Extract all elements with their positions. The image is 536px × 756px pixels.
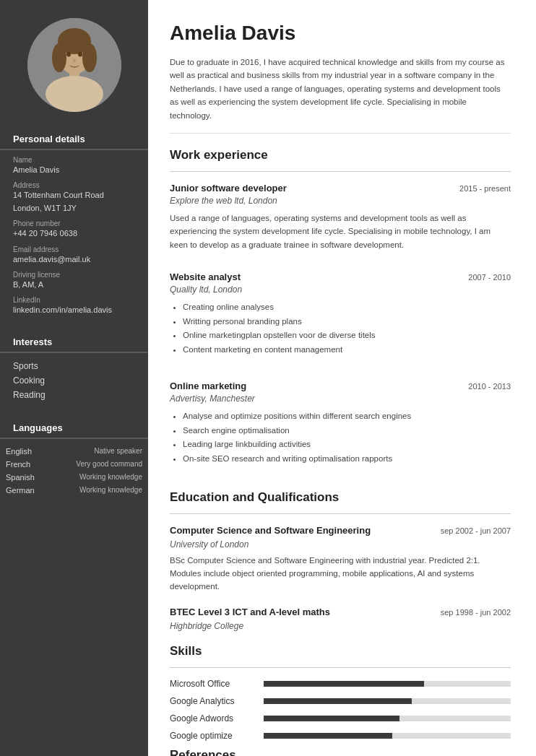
work-experience-title: Work experience (170, 148, 511, 162)
job-3-bullet-4: On-site SEO research and writing optimal… (183, 452, 511, 466)
edu-1-header: Computer Science and Software Engineerin… (170, 525, 511, 537)
lang-german: German Working knowledge (0, 484, 148, 497)
lang-english-name: English (6, 447, 32, 456)
interests-title: Interests (0, 329, 148, 353)
job-3-header: Online marketing 2010 - 2013 (170, 381, 511, 391)
job-3-dates: 2010 - 2013 (468, 382, 511, 391)
interests-section: Interests Sports Cooking Reading (0, 329, 148, 402)
job-2-header: Website analyst 2007 - 2010 (170, 271, 511, 282)
lang-spanish-level: Working knowledge (79, 473, 142, 482)
job-2-bullet-1: Creating online analyses (183, 300, 511, 315)
job-3-bullet-2: Search engine optimalisation (183, 424, 511, 438)
job-1: Junior software developer 2015 - present… (170, 183, 511, 258)
phone-label: Phone number (0, 220, 148, 227)
languages-section: Languages English Native speaker French … (0, 415, 148, 497)
job-1-description: Used a range of languages, operating sys… (170, 212, 511, 251)
edu-2-dates: sep 1998 - jun 2002 (441, 608, 511, 617)
skill-ms-office-bar (264, 681, 511, 687)
job-2-title: Website analyst (170, 271, 241, 282)
edu-2: BTEC Level 3 ICT and A-level maths sep 1… (170, 607, 511, 631)
email-value: amelia.davis@mail.uk (0, 254, 148, 265)
references-title: References (170, 748, 511, 756)
lang-german-level: Working knowledge (79, 486, 142, 495)
skill-google-optimize: Google optimize (170, 731, 511, 741)
skill-ms-office-name: Microsoft Office (170, 679, 264, 689)
sidebar: Personal details Name Amelia Davis Addre… (0, 0, 148, 756)
job-1-title: Junior software developer (170, 183, 287, 194)
skill-google-analytics-name: Google Analytics (170, 696, 264, 706)
edu-1-title: Computer Science and Software Engineerin… (170, 525, 371, 536)
skill-google-adwords-name: Google Adwords (170, 713, 264, 724)
edu-1-school: University of London (170, 539, 511, 549)
svg-point-4 (82, 43, 97, 72)
skill-google-adwords-bar (264, 716, 511, 721)
job-1-header: Junior software developer 2015 - present (170, 183, 511, 194)
edu-2-title: BTEC Level 3 ICT and A-level maths (170, 607, 330, 617)
edu-1-dates: sep 2002 - jun 2007 (441, 526, 511, 535)
profile-photo (27, 18, 121, 112)
job-2-bullet-4: Content marketing en content management (183, 343, 511, 357)
lang-french-name: French (6, 460, 30, 469)
email-label: Email address (0, 246, 148, 253)
lang-english-level: Native speaker (94, 447, 142, 456)
job-3-bullet-1: Analyse and optimize positions within di… (183, 409, 511, 424)
edu-2-header: BTEC Level 3 ICT and A-level maths sep 1… (170, 607, 511, 619)
linkedin-value: linkedin.com/in/amelia.davis (0, 305, 148, 316)
edu-divider (170, 513, 511, 514)
svg-point-6 (46, 76, 103, 112)
job-2-dates: 2007 - 2010 (468, 273, 511, 282)
edu-1-description: BSc Computer Science and Software Engine… (170, 554, 511, 594)
skill-ms-office-fill (264, 681, 424, 687)
job-3-title: Online marketing (170, 381, 246, 391)
education-title: Education and Qualifications (170, 490, 511, 505)
job-3-bullet-3: Leading large linkbuilding activities (183, 438, 511, 452)
lang-english: English Native speaker (0, 445, 148, 458)
edu-1: Computer Science and Software Engineerin… (170, 525, 511, 594)
interest-reading: Reading (0, 388, 148, 402)
skills-divider (170, 667, 511, 668)
svg-point-8 (78, 52, 82, 57)
job-3-company: Advertisy, Manchester (170, 394, 511, 404)
main-content: Amelia Davis Due to graduate in 2016, I … (148, 0, 536, 756)
driving-label: Driving license (0, 271, 148, 279)
skill-google-optimize-bar (264, 733, 511, 739)
driving-value: B, AM, A (0, 279, 148, 290)
lang-french-level: Very good command (76, 460, 142, 469)
job-2-company: Quality ltd, London (170, 284, 511, 295)
personal-details-section: Personal details Name Amelia Davis Addre… (0, 126, 148, 316)
languages-title: Languages (0, 415, 148, 439)
work-divider (170, 171, 511, 172)
address-line2: London, W1T 1JY (0, 203, 148, 214)
skills-title: Skills (170, 644, 511, 659)
skill-google-optimize-name: Google optimize (170, 731, 264, 741)
lang-french: French Very good command (0, 458, 148, 471)
skill-google-analytics-fill (264, 698, 412, 704)
skills-section: Skills Microsoft Office Google Analytics… (170, 644, 511, 741)
skill-google-adwords: Google Adwords (170, 713, 511, 724)
address-label: Address (0, 181, 148, 189)
skill-google-adwords-fill (264, 716, 399, 721)
phone-value: +44 20 7946 0638 (0, 228, 148, 239)
education-section: Education and Qualifications Computer Sc… (170, 490, 511, 631)
job-2-bullet-2: Writting personal branding plans (183, 315, 511, 329)
candidate-summary: Due to graduate in 2016, I have acquired… (170, 56, 511, 134)
lang-spanish: Spanish Working knowledge (0, 471, 148, 484)
job-2-bullets: Creating online analyses Writting person… (183, 300, 511, 357)
skill-google-optimize-fill (264, 733, 392, 739)
lang-german-name: German (6, 486, 35, 495)
job-1-company: Explore the web ltd, London (170, 196, 511, 206)
work-experience-section: Work experience Junior software develope… (170, 148, 511, 477)
name-value: Amelia Davis (0, 165, 148, 175)
address-line1: 14 Tottenham Court Road (0, 190, 148, 201)
svg-point-3 (52, 43, 66, 72)
svg-point-7 (66, 52, 71, 57)
name-label: Name (0, 156, 148, 164)
references-section: References Mr. Scott Williams CPE Group … (170, 748, 511, 756)
interest-sports: Sports (0, 359, 148, 373)
job-3: Online marketing 2010 - 2013 Advertisy, … (170, 381, 511, 477)
job-1-dates: 2015 - present (459, 184, 511, 193)
job-2: Website analyst 2007 - 2010 Quality ltd,… (170, 271, 511, 368)
skill-ms-office: Microsoft Office (170, 679, 511, 689)
skill-google-analytics: Google Analytics (170, 696, 511, 706)
job-2-bullet-3: Online marketingplan opstellen voor de d… (183, 329, 511, 343)
